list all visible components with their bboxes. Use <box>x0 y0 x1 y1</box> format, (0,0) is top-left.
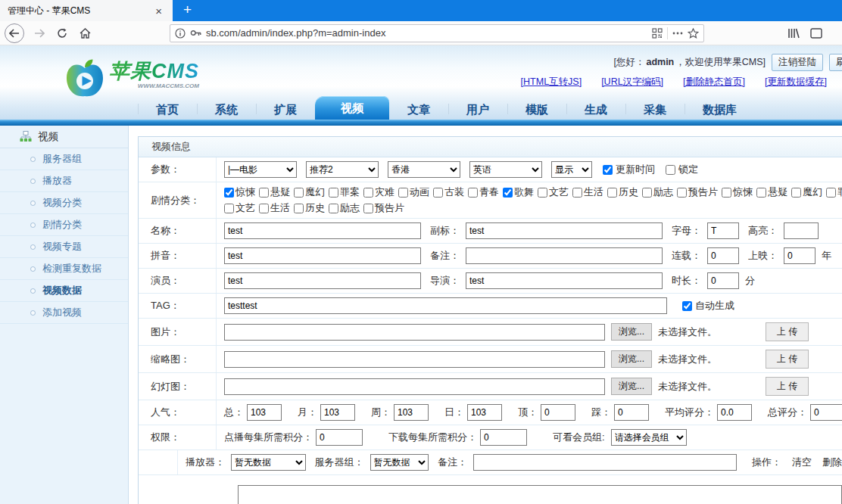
bookmark-star-icon[interactable] <box>688 28 699 39</box>
library-icon[interactable] <box>787 28 800 39</box>
highlight-input[interactable] <box>784 222 819 239</box>
nav-tab[interactable]: 生成 <box>566 100 625 120</box>
field-input[interactable] <box>320 404 355 421</box>
file-path-input[interactable] <box>224 378 605 395</box>
nav-tab[interactable]: 系统 <box>197 100 256 120</box>
plot-checkbox[interactable]: 历史 <box>607 185 638 199</box>
upload-button[interactable]: 上 传 <box>766 377 809 396</box>
url-text[interactable]: sb.com/admin/index.php?m=admin-index <box>206 27 647 39</box>
play-url-input[interactable] <box>238 485 842 504</box>
checkbox-input[interactable] <box>294 188 304 198</box>
note-input[interactable] <box>473 454 737 471</box>
field-input[interactable] <box>394 404 429 421</box>
checkbox-input[interactable] <box>259 188 269 198</box>
nav-tab[interactable]: 采集 <box>625 100 685 120</box>
logout-button[interactable]: 注销登陆 <box>772 54 823 71</box>
sidebar-item[interactable]: 视频专题 <box>0 236 128 258</box>
nav-tab[interactable]: 模版 <box>507 100 566 120</box>
page-actions-icon[interactable] <box>672 32 683 35</box>
qr-code-icon[interactable] <box>652 28 663 39</box>
checkbox-input[interactable] <box>642 188 652 198</box>
checkbox-input[interactable] <box>363 188 373 198</box>
checkbox-input[interactable] <box>363 204 373 213</box>
key-icon[interactable] <box>190 28 201 38</box>
sidebar-item[interactable]: 视频分类 <box>0 192 128 214</box>
checkbox-input[interactable] <box>294 204 304 213</box>
plot-checkbox[interactable]: 预告片 <box>363 201 404 215</box>
sidebar-toggle-icon[interactable] <box>810 28 822 39</box>
name-input[interactable] <box>224 222 421 239</box>
param-select[interactable]: 英语 <box>469 161 542 178</box>
back-button[interactable] <box>5 23 24 43</box>
sidebar-item[interactable]: 添加视频 <box>0 302 128 324</box>
field-input[interactable] <box>480 429 527 446</box>
checkbox-input[interactable] <box>503 188 513 198</box>
plot-checkbox[interactable]: 罪案 <box>329 185 360 199</box>
server-group-select[interactable]: 暂无数据 <box>370 454 429 471</box>
field-input[interactable] <box>247 404 282 421</box>
param-select[interactable]: 推荐2 <box>306 161 379 178</box>
checkbox-input[interactable] <box>433 188 443 198</box>
quick-link[interactable]: [更新数据缓存] <box>765 76 827 89</box>
nav-tab[interactable]: 视频 <box>315 96 389 120</box>
field-input[interactable] <box>810 404 842 421</box>
nav-tab[interactable]: 文章 <box>389 100 448 120</box>
checkbox-input[interactable] <box>398 188 408 198</box>
plot-checkbox[interactable]: 生活 <box>572 185 603 199</box>
param-select[interactable]: 显示 <box>551 161 592 178</box>
checkbox-input[interactable] <box>468 188 478 198</box>
plot-checkbox[interactable]: 悬疑 <box>756 185 787 199</box>
checkbox-input[interactable] <box>224 188 234 198</box>
plot-checkbox[interactable]: 青春 <box>468 185 499 199</box>
checkbox-input[interactable] <box>826 188 836 198</box>
url-bar[interactable]: sb.com/admin/index.php?m=admin-index <box>170 24 704 42</box>
checkbox-input[interactable] <box>329 204 338 213</box>
plot-checkbox[interactable]: 动画 <box>398 185 429 199</box>
note-input[interactable] <box>466 247 663 264</box>
checkbox-input[interactable] <box>756 188 766 198</box>
field-input[interactable] <box>467 404 502 421</box>
director-input[interactable] <box>466 272 663 289</box>
plot-checkbox[interactable]: 生活 <box>259 201 290 215</box>
param-checkbox[interactable]: 更新时间 <box>603 163 655 176</box>
member-group-select[interactable]: 请选择会员组 <box>611 429 687 446</box>
quick-link[interactable]: [HTML互转JS] <box>521 76 582 89</box>
release-input[interactable] <box>784 247 815 264</box>
player-select[interactable]: 暂无数据 <box>231 454 306 471</box>
quick-link[interactable]: [删除静态首页] <box>683 76 745 89</box>
nav-tab[interactable]: 用户 <box>448 100 507 120</box>
new-tab-button[interactable]: + <box>173 0 202 21</box>
quick-link[interactable]: [URL汉字编码] <box>601 76 663 89</box>
field-input[interactable] <box>614 404 649 421</box>
reload-button[interactable] <box>51 23 73 44</box>
plot-checkbox[interactable]: 魔幻 <box>791 185 822 199</box>
sidebar-item[interactable]: 播放器 <box>0 170 128 192</box>
duration-input[interactable] <box>707 272 739 289</box>
forward-button[interactable] <box>29 23 50 44</box>
upload-button[interactable]: 上 传 <box>766 350 809 369</box>
checkbox-input[interactable] <box>538 188 547 198</box>
home-button[interactable] <box>74 23 95 44</box>
param-checkbox[interactable]: 锁定 <box>666 163 698 176</box>
checkbox-input[interactable] <box>682 301 692 311</box>
param-select[interactable]: 香港 <box>388 161 460 178</box>
checkbox-input[interactable] <box>677 188 687 198</box>
nav-tab[interactable]: 数据库 <box>685 100 755 120</box>
browse-button[interactable]: 浏览... <box>611 323 652 341</box>
field-input[interactable] <box>717 404 752 421</box>
checkbox-input[interactable] <box>329 188 338 198</box>
param-select[interactable]: |—电影 <box>224 161 297 178</box>
nav-tab[interactable]: 首页 <box>138 100 197 120</box>
checkbox-input[interactable] <box>791 188 801 198</box>
upload-button[interactable]: 上 传 <box>766 322 809 341</box>
pinyin-input[interactable] <box>224 247 421 264</box>
plot-checkbox[interactable]: 古装 <box>433 185 464 199</box>
checkbox-input[interactable] <box>224 204 234 213</box>
tag-input[interactable] <box>224 297 667 314</box>
info-icon[interactable] <box>175 28 186 39</box>
subtitle-input[interactable] <box>466 222 663 239</box>
browser-tab[interactable]: 管理中心 - 苹果CMS × <box>0 0 173 21</box>
checkbox-input[interactable] <box>259 204 269 213</box>
plot-checkbox[interactable]: 文艺 <box>538 185 569 199</box>
field-input[interactable] <box>316 429 363 446</box>
